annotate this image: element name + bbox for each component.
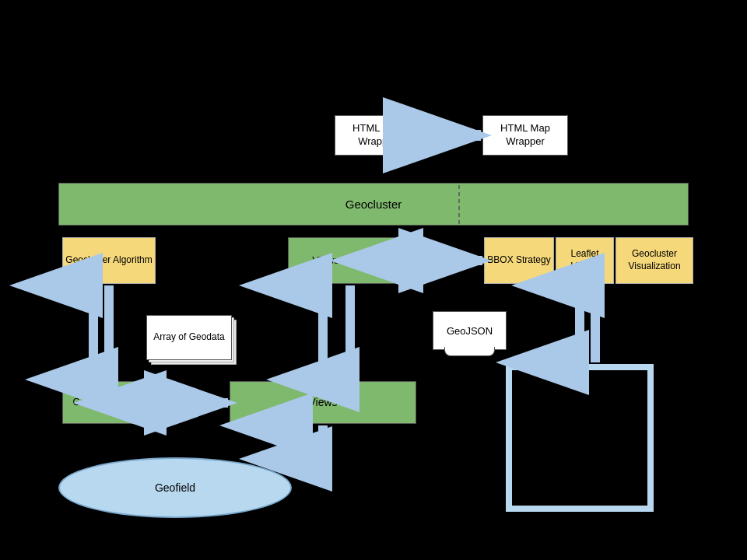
leaflet-library: Leaflet Library: [556, 237, 614, 284]
html-map-wrapper-2: HTML Map Wrapper: [482, 115, 568, 156]
geocluster-views: Geocluster Views: [62, 381, 156, 424]
bbox-strategy: BBOX Strategy: [484, 237, 554, 284]
views-box: Views: [230, 381, 416, 424]
geocluster-visualization: Geocluster Visualization: [615, 237, 693, 284]
views-geojson: Views GeoJSON: [288, 237, 412, 284]
geocluster-algorithm: Geocluster Algorithm: [62, 237, 156, 284]
geojson-box: GeoJSON: [433, 311, 507, 350]
geocluster-bar: Geocluster: [58, 183, 689, 226]
geofield: Geofield: [58, 457, 292, 518]
html-map-wrapper-1: HTML Map Wrapper: [335, 115, 420, 156]
map-display: [506, 364, 654, 512]
array-geodata-stack: Array of Geodatа: [146, 315, 232, 360]
diagram-container: HTML Map Wrapper HTML Map Wrapper Geoclu…: [0, 0, 747, 560]
